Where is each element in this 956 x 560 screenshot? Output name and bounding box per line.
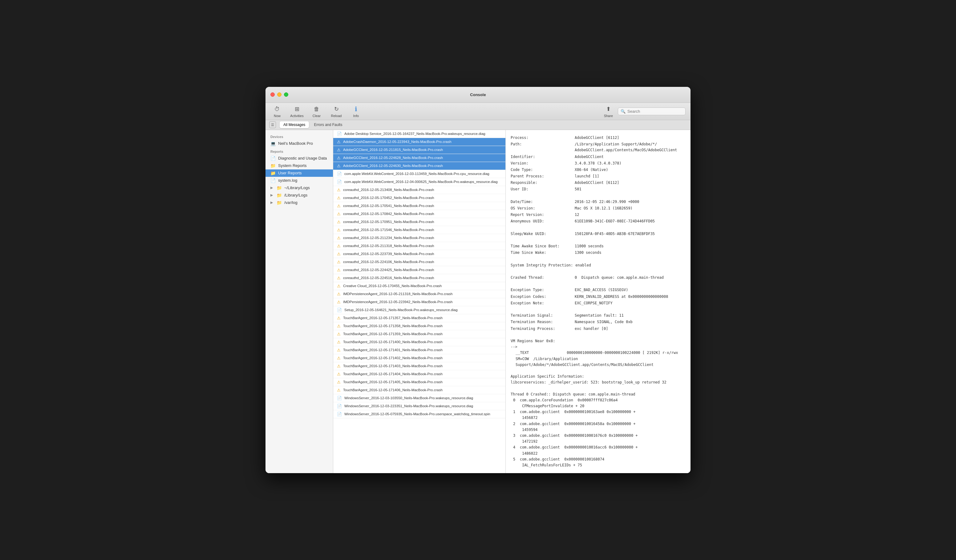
activities-label: Activities xyxy=(290,114,303,118)
sidebar-item-library-logs[interactable]: ▶ 📁 ~/Library/Logs xyxy=(266,184,333,192)
file-item[interactable]: ⚠coreauthd_2016-12-05-224516_Neils-MacBo… xyxy=(333,274,505,282)
file-item[interactable]: 📄WindowsServer_2016-12-05-075935_Neils-M… xyxy=(333,410,505,418)
activities-button[interactable]: ⊞ Activities xyxy=(290,105,303,118)
file-list: 📄Adobe Desktop Service_2016-12-05-164237… xyxy=(333,130,506,473)
share-button[interactable]: ⬆ Share xyxy=(604,105,613,118)
file-item[interactable]: ⚠TouchBarAgent_2016-12-05-171359_Neils-M… xyxy=(333,330,505,338)
devices-section-label: Devices xyxy=(266,132,333,140)
file-item[interactable]: 📄com.apple.WebKit.WebContent_2016-12-03-… xyxy=(333,170,505,178)
sidebar-item-device[interactable]: 💻 Neil's MacBook Pro xyxy=(266,140,333,147)
crash-icon: ⚠ xyxy=(337,324,341,328)
sidebar-item-var-log[interactable]: ▶ 📁 /var/log xyxy=(266,199,333,206)
crash-icon: ⚠ xyxy=(337,228,341,232)
file-item[interactable]: ⚠coreauthd_2016-12-05-224106_Neils-MacBo… xyxy=(333,258,505,266)
console-window: Console ⏱ Now ⊞ Activities 🗑 Clear ↻ Rel… xyxy=(266,87,690,473)
file-item[interactable]: ⚠TouchBarAgent_2016-12-05-171402_Neils-M… xyxy=(333,354,505,362)
sidebar-item-user-reports[interactable]: 📁 User Reports xyxy=(266,170,333,177)
file-item[interactable]: ⚠Creative Cloud_2016-12-05-170455_Neils-… xyxy=(333,282,505,290)
file-name: coreauthd_2016-12-05-170452_Neils-MacBoo… xyxy=(343,196,434,200)
file-item[interactable]: ⚠coreauthd_2016-12-05-213408_Neils-MacBo… xyxy=(333,186,505,194)
system-reports-label: System Reports xyxy=(278,163,307,168)
file-item[interactable]: ⚠coreauthd_2016-12-05-211318_Neils-MacBo… xyxy=(333,242,505,250)
info-button[interactable]: ℹ Info xyxy=(349,105,363,118)
file-item[interactable]: ⚠TouchBarAgent_2016-12-05-171405_Neils-M… xyxy=(333,378,505,386)
file-name: com.apple.WebKit.WebContent_2016-12-04-0… xyxy=(344,180,498,184)
sidebar-item-lib-logs[interactable]: ▶ 📁 /Library/Logs xyxy=(266,192,333,199)
crash-icon: ⚠ xyxy=(337,380,341,384)
file-item[interactable]: 📄WindowsServer_2016-12-03-103550_Neils-M… xyxy=(333,394,505,402)
file-item[interactable]: ⚠TouchBarAgent_2016-12-05-171400_Neils-M… xyxy=(333,338,505,346)
file-item[interactable]: ⚠TouchBarAgent_2016-12-05-171403_Neils-M… xyxy=(333,362,505,370)
sidebar-item-syslog[interactable]: 📄 system.log xyxy=(266,177,333,184)
crash-icon: ⚠ xyxy=(337,220,341,224)
file-item[interactable]: ⚠coreauthd_2016-12-05-170452_Neils-MacBo… xyxy=(333,194,505,202)
info-label: Info xyxy=(353,114,359,118)
file-name: coreauthd_2016-12-05-224425_Neils-MacBoo… xyxy=(343,268,434,272)
file-name: IMDPersistenceAgent_2016-12-05-223942_Ne… xyxy=(343,300,453,304)
tab-errors-faults[interactable]: Errors and Faults xyxy=(310,121,346,128)
var-log-label: /var/log xyxy=(284,200,297,205)
file-item[interactable]: ⚠TouchBarAgent_2016-12-05-171404_Neils-M… xyxy=(333,370,505,378)
file-item[interactable]: ⚠IMDPersistenceAgent_2016-12-05-211318_N… xyxy=(333,290,505,298)
crash-icon: ⚠ xyxy=(337,300,341,304)
clear-button[interactable]: 🗑 Clear xyxy=(310,105,323,118)
laptop-icon: 💻 xyxy=(270,141,276,146)
close-button[interactable] xyxy=(270,93,275,97)
file-item[interactable]: ⚠coreauthd_2016-12-05-223739_Neils-MacBo… xyxy=(333,250,505,258)
var-log-icon: 📁 xyxy=(277,200,282,205)
crash-icon: ⚠ xyxy=(337,156,341,160)
minimize-button[interactable] xyxy=(277,93,281,97)
sidebar-item-system-reports[interactable]: 📁 System Reports xyxy=(266,162,333,170)
sidebar-toggle-button[interactable]: ☰ xyxy=(269,121,276,128)
file-item[interactable]: ⚠IMDPersistenceAgent_2016-12-05-223942_N… xyxy=(333,298,505,306)
file-item[interactable]: ⚠TouchBarAgent_2016-12-05-171406_Neils-M… xyxy=(333,386,505,394)
file-item[interactable]: ⚠coreauthd_2016-12-05-224425_Neils-MacBo… xyxy=(333,266,505,274)
file-name: AdobeGCClient_2016-12-05-224630_Neils-Ma… xyxy=(343,164,443,168)
file-name: TouchBarAgent_2016-12-05-171402_Neils-Ma… xyxy=(343,356,443,360)
crash-icon: ⚠ xyxy=(337,148,341,152)
share-label: Share xyxy=(604,114,613,118)
crash-icon: ⚠ xyxy=(337,236,341,240)
file-name: coreauthd_2016-12-05-224106_Neils-MacBoo… xyxy=(343,260,434,264)
sidebar-item-diagnostic[interactable]: 📄 Diagnostic and Usage Data xyxy=(266,155,333,162)
file-item[interactable]: ⚠AdobeGCClient_2016-12-05-224628_Neils-M… xyxy=(333,154,505,162)
reload-button[interactable]: ↻ Reload xyxy=(330,105,343,118)
syslog-icon: 📄 xyxy=(270,178,276,183)
file-item[interactable]: ⚠AdobeGCClient_2016-12-05-211815_Neils-M… xyxy=(333,146,505,154)
file-name: Adobe Desktop Service_2016-12-05-164237_… xyxy=(344,132,485,135)
file-item[interactable]: ⚠coreauthd_2016-12-05-170541_Neils-MacBo… xyxy=(333,202,505,210)
file-item[interactable]: 📄com.apple.WebKit.WebContent_2016-12-04-… xyxy=(333,178,505,186)
search-input[interactable] xyxy=(627,109,683,114)
syslog-label: system.log xyxy=(278,178,297,182)
file-item[interactable]: 📄WindowsServer_2016-12-03-223351_Neils-M… xyxy=(333,402,505,410)
tab-all-messages[interactable]: All Messages xyxy=(280,121,309,128)
search-box[interactable]: 🔍 xyxy=(618,107,686,115)
file-item[interactable]: ⚠coreauthd_2016-12-05-211234_Neils-MacBo… xyxy=(333,234,505,242)
file-item[interactable]: ⚠coreauthd_2016-12-05-171546_Neils-MacBo… xyxy=(333,226,505,234)
file-item[interactable]: ⚠TouchBarAgent_2016-12-05-171358_Neils-M… xyxy=(333,322,505,330)
file-item[interactable]: 📄Adobe Desktop Service_2016-12-05-164237… xyxy=(333,130,505,138)
file-item[interactable]: ⚠coreauthd_2016-12-05-170842_Neils-MacBo… xyxy=(333,210,505,218)
file-item[interactable]: ⚠AdobeCrashDaemon_2016-12-05-223943_Neil… xyxy=(333,138,505,146)
library-logs-icon: 📁 xyxy=(277,186,282,190)
file-item[interactable]: 📄Setup_2016-12-05-164621_Neils-MacBook-P… xyxy=(333,306,505,314)
crash-icon: ⚠ xyxy=(337,284,341,288)
now-button[interactable]: ⏱ Now xyxy=(270,105,284,118)
file-name: TouchBarAgent_2016-12-05-171403_Neils-Ma… xyxy=(343,364,443,368)
detail-content: Process:AdobeGCClient [6112]Path:/Librar… xyxy=(511,135,686,468)
user-reports-label: User Reports xyxy=(278,171,302,175)
crash-icon: ⚠ xyxy=(337,212,341,216)
file-item[interactable]: ⚠coreauthd_2016-12-05-170951_Neils-MacBo… xyxy=(333,218,505,226)
crash-icon: ⚠ xyxy=(337,164,341,168)
diag-icon: 📄 xyxy=(337,396,342,400)
reports-section-label: Reports xyxy=(266,147,333,155)
crash-icon: ⚠ xyxy=(337,348,341,352)
file-item[interactable]: ⚠TouchBarAgent_2016-12-05-171357_Neils-M… xyxy=(333,314,505,322)
file-item[interactable]: ⚠AdobeGCClient_2016-12-05-224630_Neils-M… xyxy=(333,162,505,170)
file-item[interactable]: ⚠TouchBarAgent_2016-12-05-171401_Neils-M… xyxy=(333,346,505,354)
lib-logs-label: /Library/Logs xyxy=(284,193,307,197)
lib-logs-icon: 📁 xyxy=(277,193,282,198)
device-name-label: Neil's MacBook Pro xyxy=(278,141,313,146)
clear-label: Clear xyxy=(313,114,321,118)
maximize-button[interactable] xyxy=(284,93,288,97)
